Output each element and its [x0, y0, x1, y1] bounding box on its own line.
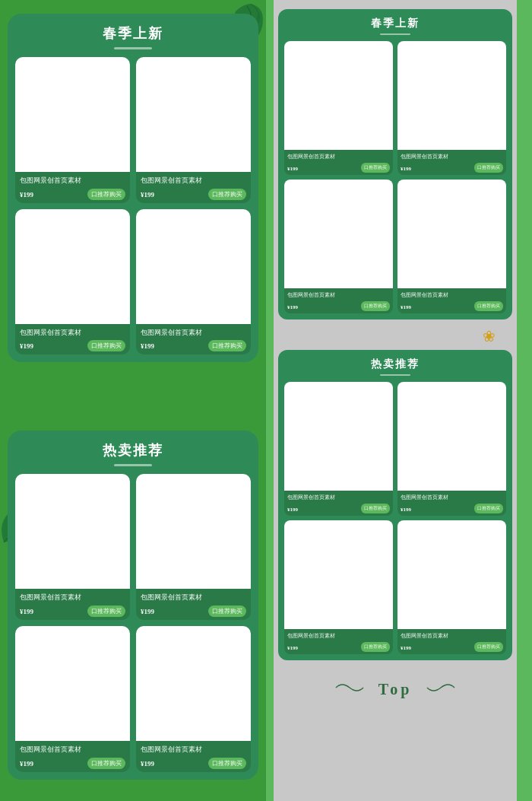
right-spring-price-3: ¥199	[287, 302, 298, 310]
left-section-hot-title: 热卖推荐	[15, 441, 251, 459]
right-hot-btn-3[interactable]: 口推荐购买	[361, 642, 390, 652]
right-section-spring-title: 春季上新	[284, 17, 506, 30]
right-hot-info-3: 包图网景创首页素材 ¥199 口推荐购买	[284, 629, 393, 654]
right-hot-name-3: 包图网景创首页素材	[287, 632, 390, 640]
hot-product-price-1: ¥199	[20, 606, 33, 617]
right-section-hot: 热卖推荐 包图网景创首页素材 ¥199 口推荐购买	[278, 350, 512, 660]
hot-product-price-4: ¥199	[141, 758, 154, 769]
left-section-spring-title: 春季上新	[15, 24, 251, 43]
right-spring-name-2: 包图网景创首页素材	[401, 153, 503, 161]
price-value-1: 199	[24, 191, 34, 199]
right-spring-name-4: 包图网景创首页素材	[401, 291, 503, 299]
right-hot-product-1: 包图网景创首页素材 ¥199 口推荐购买	[284, 382, 393, 516]
hot-buy-btn-1[interactable]: 口推荐购买	[87, 606, 125, 617]
right-hot-price-3: ¥199	[287, 643, 298, 651]
buy-btn-4[interactable]: 口推荐购买	[208, 340, 246, 351]
hot-product-bottom-2: ¥199 口推荐购买	[141, 606, 246, 617]
right-spring-product-3: 包图网景创首页素材 ¥199 口推荐购买	[284, 180, 393, 313]
top-ornament-right	[426, 680, 456, 699]
product-image-1	[15, 57, 130, 172]
right-spring-price-1: ¥199	[287, 164, 298, 172]
right-spring-btn-4[interactable]: 口推荐购买	[474, 301, 503, 311]
right-spring-img-4	[397, 180, 506, 288]
right-spring-price-4: ¥199	[401, 302, 411, 310]
hot-product-image-3	[15, 626, 130, 741]
right-hot-btn-4[interactable]: 口推荐购买	[474, 642, 503, 652]
hot-product-name-3: 包图网景创首页素材	[20, 745, 125, 755]
hot-product-info-1: 包图网景创首页素材 ¥199 口推荐购买	[15, 589, 130, 620]
top-label: Top	[378, 681, 413, 698]
product-image-4	[136, 209, 251, 324]
right-spring-name-3: 包图网景创首页素材	[287, 291, 390, 299]
right-spring-price-2: ¥199	[401, 164, 411, 172]
hot-product-name-1: 包图网景创首页素材	[20, 593, 125, 602]
left-hot-product-4: 包图网景创首页素材 ¥199 口推荐购买	[136, 626, 251, 772]
title-underline-2	[114, 464, 152, 466]
right-spring-grid: 包图网景创首页素材 ¥199 口推荐购买 包图网景创首页素材	[284, 41, 506, 313]
left-section-hot: 热卖推荐 包图网景创首页素材 ¥199 口推荐购买	[8, 431, 258, 779]
right-hot-product-3: 包图网景创首页素材 ¥199 口推荐购买	[284, 520, 393, 654]
right-hot-price-2: ¥199	[401, 504, 411, 513]
right-spring-product-4: 包图网景创首页素材 ¥199 口推荐购买	[397, 180, 506, 313]
left-product-1: 包图网景创首页素材 ¥199 口推荐购买	[15, 57, 130, 203]
right-spring-info-1: 包图网景创首页素材 ¥199 口推荐购买	[284, 150, 393, 175]
right-hot-btn-2[interactable]: 口推荐购买	[474, 504, 503, 513]
flower-icon-right: ❀	[483, 327, 496, 345]
left-product-2: 包图网景创首页素材 ¥199 口推荐购买	[136, 57, 251, 203]
product-name-2: 包图网景创首页素材	[141, 176, 246, 186]
right-section-spring: 春季上新 包图网景创首页素材 ¥199 口推荐购买	[278, 9, 512, 319]
hot-product-info-2: 包图网景创首页素材 ¥199 口推荐购买	[136, 589, 251, 620]
right-spring-info-2: 包图网景创首页素材 ¥199 口推荐购买	[397, 150, 506, 175]
hot-buy-btn-3[interactable]: 口推荐购买	[87, 758, 125, 769]
right-hot-grid: 包图网景创首页素材 ¥199 口推荐购买 包图网景创首页素材	[284, 382, 506, 654]
product-info-3: 包图网景创首页素材 ¥199 口推荐购买	[15, 324, 130, 355]
right-hot-btn-1[interactable]: 口推荐购买	[361, 504, 390, 513]
hot-product-bottom-3: ¥199 口推荐购买	[20, 758, 125, 769]
right-hot-name-1: 包图网景创首页素材	[287, 494, 390, 501]
buy-btn-1[interactable]: 口推荐购买	[87, 189, 125, 200]
right-hot-bottom-2: ¥199 口推荐购买	[401, 504, 503, 513]
right-spring-bottom-4: ¥199 口推荐购买	[401, 301, 503, 311]
product-bottom-4: ¥199 口推荐购买	[141, 340, 246, 351]
right-spring-name-1: 包图网景创首页素材	[287, 153, 390, 161]
hot-product-image-4	[136, 626, 251, 741]
right-spring-bottom-2: ¥199 口推荐购买	[401, 163, 503, 173]
right-hot-img-1	[284, 382, 393, 491]
left-spring-product-grid: 包图网景创首页素材 ¥199 口推荐购买 包图网景创首页素材	[15, 57, 251, 354]
product-price-1: ¥199	[20, 189, 33, 200]
hot-product-bottom-4: ¥199 口推荐购买	[141, 758, 246, 769]
left-hot-product-grid: 包图网景创首页素材 ¥199 口推荐购买 包图网景创首页素材	[15, 474, 251, 771]
right-hot-bottom-3: ¥199 口推荐购买	[287, 642, 390, 652]
hot-product-price-3: ¥199	[20, 758, 33, 769]
right-spring-img-3	[284, 180, 393, 288]
left-hot-product-3: 包图网景创首页素材 ¥199 口推荐购买	[15, 626, 130, 772]
right-section-hot-title: 热卖推荐	[284, 358, 506, 371]
right-hot-name-2: 包图网景创首页素材	[401, 494, 503, 501]
product-price-4: ¥199	[141, 340, 154, 351]
right-hot-price-1: ¥199	[287, 504, 298, 513]
top-ornament-left	[334, 680, 365, 699]
right-spring-btn-2[interactable]: 口推荐购买	[474, 163, 503, 173]
right-hot-img-4	[397, 520, 506, 629]
product-name-3: 包图网景创首页素材	[20, 329, 125, 338]
right-hot-info-4: 包图网景创首页素材 ¥199 口推荐购买	[397, 629, 506, 654]
hot-product-info-4: 包图网景创首页素材 ¥199 口推荐购买	[136, 741, 251, 772]
buy-btn-2[interactable]: 口推荐购买	[208, 189, 246, 200]
right-title-underline-2	[380, 374, 410, 376]
product-price-2: ¥199	[141, 189, 154, 200]
right-hot-price-4: ¥199	[401, 643, 411, 651]
left-hot-product-1: 包图网景创首页素材 ¥199 口推荐购买	[15, 474, 130, 620]
left-product-3: 包图网景创首页素材 ¥199 口推荐购买	[15, 209, 130, 355]
right-spring-btn-3[interactable]: 口推荐购买	[361, 301, 390, 311]
right-title-underline-1	[380, 33, 410, 35]
hot-product-image-1	[15, 474, 130, 589]
buy-btn-3[interactable]: 口推荐购买	[87, 340, 125, 351]
hot-buy-btn-2[interactable]: 口推荐购买	[208, 606, 246, 617]
right-hot-img-2	[397, 382, 506, 491]
right-hot-bottom-4: ¥199 口推荐购买	[401, 642, 503, 652]
hot-buy-btn-4[interactable]: 口推荐购买	[208, 758, 246, 769]
right-hot-name-4: 包图网景创首页素材	[401, 632, 503, 640]
product-info-1: 包图网景创首页素材 ¥199 口推荐购买	[15, 172, 130, 203]
right-spring-btn-1[interactable]: 口推荐购买	[361, 163, 390, 173]
left-hot-product-2: 包图网景创首页素材 ¥199 口推荐购买	[136, 474, 251, 620]
